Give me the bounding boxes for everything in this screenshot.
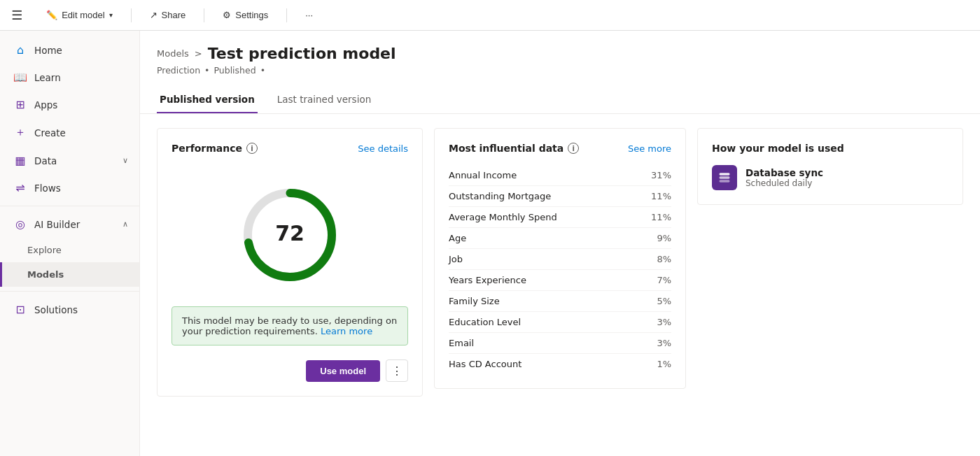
data-label: Average Monthly Spend (449, 212, 557, 222)
sidebar-item-apps[interactable]: ⊞ Apps (0, 91, 139, 118)
see-more-link[interactable]: See more (628, 143, 671, 154)
usage-name: Database sync (746, 167, 823, 178)
toolbar-separator-3 (286, 8, 287, 22)
edit-icon: ✏️ (46, 10, 57, 20)
sidebar-item-ai-builder[interactable]: ◎ AI Builder ∧ (0, 211, 139, 238)
performance-info-icon[interactable]: i (246, 143, 258, 154)
tabs-container: Published version Last trained version (140, 87, 980, 114)
how-used-card-title: How your model is used (712, 143, 844, 154)
ai-builder-icon: ◎ (13, 218, 27, 231)
data-label: Annual Income (449, 170, 517, 180)
data-pct: 7% (657, 275, 671, 285)
influential-data-row: Years Experience7% (449, 270, 671, 291)
influential-data-row: Job8% (449, 249, 671, 270)
influential-card-header: Most influential data i See more (449, 143, 671, 154)
chevron-down-icon: ▾ (109, 11, 113, 19)
flows-icon: ⇌ (13, 181, 27, 194)
data-label: Outstanding Mortgage (449, 191, 551, 201)
data-label: Age (449, 233, 466, 243)
breadcrumb-parent[interactable]: Models (157, 48, 189, 59)
data-label: Job (449, 254, 463, 264)
learn-icon: 📖 (13, 71, 27, 84)
card-actions: Use model ⋮ (172, 359, 408, 382)
performance-card: Performance i See details 72 (157, 128, 423, 397)
settings-icon: ⚙ (223, 10, 231, 20)
tab-published-version[interactable]: Published version (157, 87, 258, 113)
usage-icon-box (712, 165, 737, 190)
share-icon: ↗ (150, 10, 158, 20)
influential-data-row: Education Level3% (449, 312, 671, 333)
data-chevron-icon: ∨ (122, 156, 128, 165)
sidebar: ⌂ Home 📖 Learn ⊞ Apps ＋ Create ▦ Data ∨ … (0, 31, 140, 456)
data-label: Email (449, 338, 474, 348)
gauge-chart: 72 (234, 179, 346, 291)
how-used-card-header: How your model is used (712, 143, 948, 154)
apps-icon: ⊞ (13, 98, 27, 111)
data-label: Has CD Account (449, 359, 522, 369)
more-actions-button[interactable]: ⋮ (386, 359, 408, 382)
sidebar-item-explore[interactable]: Explore (0, 238, 139, 262)
menu-icon[interactable]: ☰ (11, 8, 22, 22)
data-label: Family Size (449, 296, 500, 306)
influential-data-row: Age9% (449, 228, 671, 249)
data-pct: 11% (651, 191, 671, 201)
data-pct: 8% (657, 254, 671, 264)
svg-rect-4 (720, 180, 730, 182)
data-pct: 9% (657, 233, 671, 243)
tab-last-trained-version[interactable]: Last trained version (274, 87, 374, 113)
influential-info-icon[interactable]: i (568, 143, 579, 154)
svg-rect-3 (720, 176, 730, 178)
sidebar-item-data[interactable]: ▦ Data ∨ (0, 147, 139, 174)
edit-model-button[interactable]: ✏️ Edit model ▾ (42, 7, 116, 23)
performance-card-header: Performance i See details (172, 143, 408, 154)
breadcrumb: Models > Test prediction model (157, 45, 963, 62)
usage-item: Database sync Scheduled daily (712, 165, 948, 190)
more-options-button[interactable]: ··· (301, 7, 317, 23)
svg-rect-2 (720, 173, 730, 175)
sidebar-item-models[interactable]: Models (0, 262, 139, 287)
performance-card-title: Performance i (172, 143, 258, 154)
breadcrumb-separator: > (195, 48, 202, 59)
sidebar-divider-2 (0, 291, 139, 292)
use-model-button[interactable]: Use model (306, 360, 380, 382)
data-pct: 3% (657, 317, 671, 327)
sidebar-item-solutions[interactable]: ⊡ Solutions (0, 296, 139, 323)
ai-builder-chevron-icon: ∧ (122, 220, 128, 229)
database-sync-icon (718, 171, 732, 185)
settings-button[interactable]: ⚙ Settings (218, 7, 272, 23)
data-label: Years Experience (449, 275, 526, 285)
influential-data-list: Annual Income31%Outstanding Mortgage11%A… (449, 165, 671, 374)
toolbar: ☰ ✏️ Edit model ▾ ↗ Share ⚙ Settings ··· (0, 0, 980, 31)
sidebar-item-flows[interactable]: ⇌ Flows (0, 174, 139, 201)
influential-data-row: Family Size5% (449, 291, 671, 312)
see-details-link[interactable]: See details (358, 143, 408, 154)
sidebar-item-create[interactable]: ＋ Create (0, 118, 139, 147)
page-title: Test prediction model (208, 45, 396, 62)
create-icon: ＋ (13, 125, 27, 140)
toolbar-separator-2 (204, 8, 204, 22)
breadcrumb-area: Models > Test prediction model Predictio… (140, 31, 980, 81)
influential-data-row: Average Monthly Spend11% (449, 207, 671, 228)
subtitle-type: Prediction (157, 65, 200, 76)
data-pct: 11% (651, 212, 671, 222)
sidebar-divider (0, 206, 139, 206)
gauge-score-text: 72 (275, 221, 304, 245)
sidebar-item-home[interactable]: ⌂ Home (0, 36, 139, 64)
share-button[interactable]: ↗ Share (146, 7, 190, 23)
data-pct: 31% (651, 170, 671, 180)
cards-row: Performance i See details 72 (140, 114, 980, 411)
layout: ⌂ Home 📖 Learn ⊞ Apps ＋ Create ▦ Data ∨ … (0, 31, 980, 456)
learn-more-link[interactable]: Learn more (321, 326, 372, 336)
gauge-container: 72 (172, 165, 408, 298)
influential-card-title: Most influential data i (449, 143, 579, 154)
sidebar-item-learn[interactable]: 📖 Learn (0, 64, 139, 91)
page-subtitle: Prediction • Published • (157, 65, 963, 76)
data-icon: ▦ (13, 154, 27, 167)
main-content: Models > Test prediction model Predictio… (140, 31, 980, 456)
toolbar-separator (131, 8, 132, 22)
info-box: This model may be ready to use, dependin… (172, 306, 408, 345)
solutions-icon: ⊡ (13, 303, 27, 316)
data-pct: 3% (657, 338, 671, 348)
influential-data-row: Annual Income31% (449, 165, 671, 186)
influential-data-card: Most influential data i See more Annual … (434, 128, 686, 389)
